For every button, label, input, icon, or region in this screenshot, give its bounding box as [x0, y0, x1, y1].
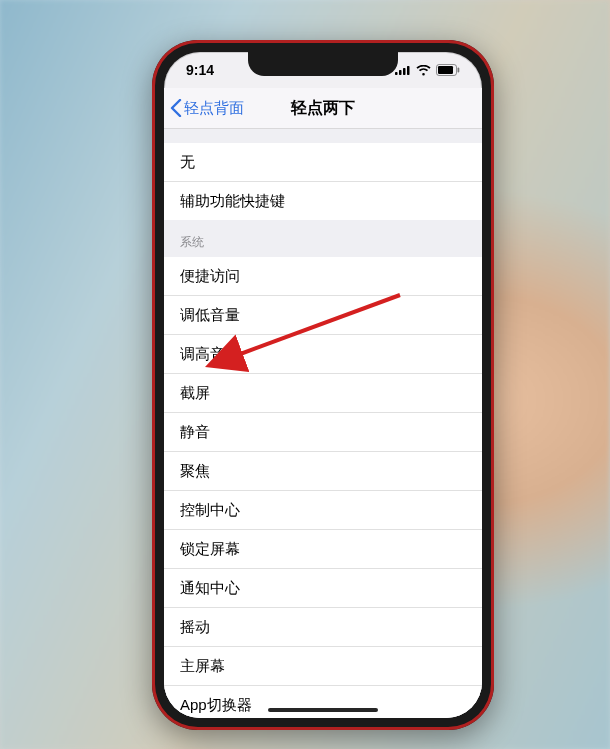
option-screenshot[interactable]: 截屏 [164, 374, 482, 413]
option-notification-center[interactable]: 通知中心 [164, 569, 482, 608]
row-label: 通知中心 [180, 579, 240, 598]
option-lock-screen[interactable]: 锁定屏幕 [164, 530, 482, 569]
row-label: 聚焦 [180, 462, 210, 481]
cellular-signal-icon [395, 65, 411, 75]
row-label: App切换器 [180, 696, 252, 715]
svg-rect-1 [399, 70, 402, 75]
option-volume-up[interactable]: 调高音量 [164, 335, 482, 374]
svg-rect-2 [403, 68, 406, 75]
svg-rect-3 [407, 66, 410, 75]
row-label: 调高音量 [180, 345, 240, 364]
battery-icon [436, 64, 460, 76]
row-label: 主屏幕 [180, 657, 225, 676]
row-label: 便捷访问 [180, 267, 240, 286]
back-button[interactable]: 轻点背面 [164, 99, 244, 118]
nav-bar: 轻点背面 轻点两下 [164, 88, 482, 129]
home-indicator[interactable] [268, 708, 378, 712]
option-mute[interactable]: 静音 [164, 413, 482, 452]
option-none[interactable]: 无 [164, 143, 482, 182]
status-time: 9:14 [186, 62, 214, 78]
row-label: 调低音量 [180, 306, 240, 325]
option-group-system: 便捷访问 调低音量 调高音量 截屏 静音 聚焦 控制中心 锁定屏幕 通知中心 摇… [164, 257, 482, 718]
phone-screen: 9:14 轻点背面 轻点两下 无 [164, 52, 482, 718]
row-label: 截屏 [180, 384, 210, 403]
status-right [395, 64, 460, 76]
option-app-switcher[interactable]: App切换器 [164, 686, 482, 718]
option-shake[interactable]: 摇动 [164, 608, 482, 647]
back-label: 轻点背面 [184, 99, 244, 118]
wifi-icon [416, 65, 431, 76]
svg-rect-0 [395, 72, 398, 75]
option-group-1: 无 辅助功能快捷键 [164, 143, 482, 220]
svg-rect-6 [458, 68, 460, 73]
row-label: 控制中心 [180, 501, 240, 520]
row-label: 摇动 [180, 618, 210, 637]
option-volume-down[interactable]: 调低音量 [164, 296, 482, 335]
svg-rect-5 [438, 66, 453, 74]
settings-content: 无 辅助功能快捷键 系统 便捷访问 调低音量 调高音量 截屏 静音 聚焦 控制中… [164, 129, 482, 718]
option-accessibility-shortcut[interactable]: 辅助功能快捷键 [164, 182, 482, 220]
row-label: 锁定屏幕 [180, 540, 240, 559]
option-home[interactable]: 主屏幕 [164, 647, 482, 686]
phone-frame: 9:14 轻点背面 轻点两下 无 [152, 40, 494, 730]
chevron-left-icon [170, 99, 182, 117]
row-label: 静音 [180, 423, 210, 442]
notch [248, 52, 398, 76]
group-header-system: 系统 [164, 220, 482, 257]
row-label: 辅助功能快捷键 [180, 192, 285, 211]
option-control-center[interactable]: 控制中心 [164, 491, 482, 530]
option-spotlight[interactable]: 聚焦 [164, 452, 482, 491]
row-label: 无 [180, 153, 195, 172]
option-reachability[interactable]: 便捷访问 [164, 257, 482, 296]
